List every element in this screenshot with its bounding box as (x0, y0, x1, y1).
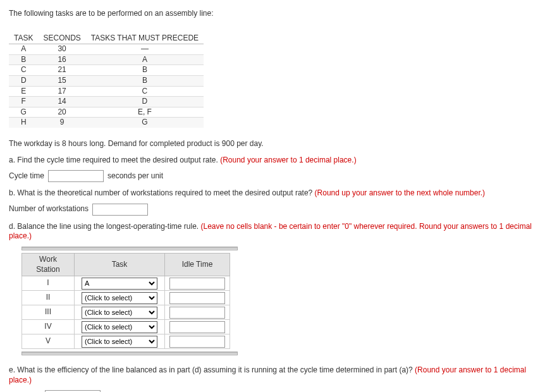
idle-time-cell (165, 320, 230, 334)
workstation-cell: I (22, 276, 75, 291)
th-task-col: Task (75, 253, 165, 276)
qa-hint: (Round your answer to 1 decimal place.) (220, 156, 356, 164)
table-row: B16A (9, 54, 204, 65)
intro-text: The following tasks are to be performed … (9, 9, 548, 19)
num-workstations-input[interactable] (92, 204, 148, 216)
th-idle: Idle Time (165, 253, 230, 276)
th-seconds: SECONDS (38, 33, 85, 44)
table-row: G20E, F (9, 107, 204, 118)
qa-prompt: a. Find the cycle time required to meet … (9, 156, 220, 164)
table-row: D15B (9, 75, 204, 86)
task-select-cell: (Click to select) (75, 320, 165, 334)
table-cell: C (9, 65, 38, 76)
table-cell: F (9, 97, 38, 107)
idle-time-input[interactable] (169, 336, 225, 348)
th-workstation: Work Station (22, 253, 75, 276)
balance-scrollbar-bottom[interactable] (21, 352, 238, 355)
question-e: e. What is the efficiency of the line ba… (9, 365, 548, 385)
idle-time-cell (165, 334, 230, 349)
table-cell: A (9, 44, 38, 55)
table-cell: E (9, 86, 38, 97)
table-cell: H (9, 118, 38, 128)
table-cell: 15 (38, 75, 85, 86)
table-row: E17C (9, 86, 204, 97)
th-precede: TASKS THAT MUST PRECEDE (86, 33, 204, 44)
table-row: IA (22, 276, 230, 291)
table-row: H9G (9, 118, 204, 128)
table-cell: B (9, 54, 38, 65)
table-cell: B (86, 75, 204, 86)
table-row: A30— (9, 44, 204, 55)
balance-table: Work Station Task Idle Time IAII(Click t… (21, 253, 230, 349)
table-cell: 9 (38, 118, 85, 128)
task-select[interactable]: (Click to select) (82, 336, 157, 348)
table-cell: C (86, 86, 204, 97)
balance-scrollbar-top[interactable] (21, 247, 238, 250)
idle-time-cell (165, 305, 230, 320)
task-select[interactable]: A (82, 278, 157, 290)
cycle-time-unit: seconds per unit (107, 171, 163, 181)
table-row: C21B (9, 65, 204, 76)
workstation-cell: III (22, 305, 75, 320)
idle-time-cell (165, 291, 230, 305)
table-cell: D (86, 97, 204, 107)
table-row: F14D (9, 97, 204, 107)
table-row: IV(Click to select) (22, 320, 230, 334)
task-select-cell: (Click to select) (75, 291, 165, 305)
table-cell: 20 (38, 107, 85, 118)
task-select-cell: (Click to select) (75, 305, 165, 320)
task-select[interactable]: (Click to select) (82, 321, 157, 333)
task-select-cell: A (75, 276, 165, 291)
workstation-cell: IV (22, 320, 75, 334)
workday-text: The workday is 8 hours long. Demand for … (9, 139, 548, 149)
cycle-time-label: Cycle time (9, 171, 44, 181)
table-cell: E, F (86, 107, 204, 118)
cycle-time-input[interactable] (48, 170, 104, 182)
qb-hint: (Round up your answer to the next whole … (315, 188, 485, 197)
table-cell: A (86, 54, 204, 65)
table-cell: G (86, 118, 204, 128)
idle-time-input[interactable] (169, 278, 225, 290)
task-select-cell: (Click to select) (75, 334, 165, 349)
th-task: TASK (9, 33, 38, 44)
table-cell: 16 (38, 54, 85, 65)
table-cell: D (9, 75, 38, 86)
idle-time-cell (165, 276, 230, 291)
idle-time-input[interactable] (169, 321, 225, 333)
table-row: V(Click to select) (22, 334, 230, 349)
idle-time-input[interactable] (169, 307, 225, 319)
idle-time-input[interactable] (169, 292, 225, 304)
precedence-table: TASK SECONDS TASKS THAT MUST PRECEDE A30… (9, 33, 204, 128)
qb-prompt: b. What is the theoretical number of wor… (9, 188, 315, 197)
table-cell: 14 (38, 97, 85, 107)
table-cell: 30 (38, 44, 85, 55)
num-workstations-label: Number of workstations (9, 204, 89, 214)
question-b: b. What is the theoretical number of wor… (9, 188, 548, 199)
table-cell: 17 (38, 86, 85, 97)
table-cell: — (86, 44, 204, 55)
task-select[interactable]: (Click to select) (82, 292, 157, 304)
table-row: II(Click to select) (22, 291, 230, 305)
question-d: d. Balance the line using the longest-op… (9, 222, 548, 242)
table-cell: 21 (38, 65, 85, 76)
table-cell: G (9, 107, 38, 118)
workstation-cell: V (22, 334, 75, 349)
table-row: III(Click to select) (22, 305, 230, 320)
workstation-cell: II (22, 291, 75, 305)
table-cell: B (86, 65, 204, 76)
qd-prompt: d. Balance the line using the longest-op… (9, 222, 201, 231)
qe-prompt: e. What is the efficiency of the line ba… (9, 365, 415, 374)
question-a: a. Find the cycle time required to meet … (9, 156, 548, 166)
task-select[interactable]: (Click to select) (82, 307, 157, 319)
